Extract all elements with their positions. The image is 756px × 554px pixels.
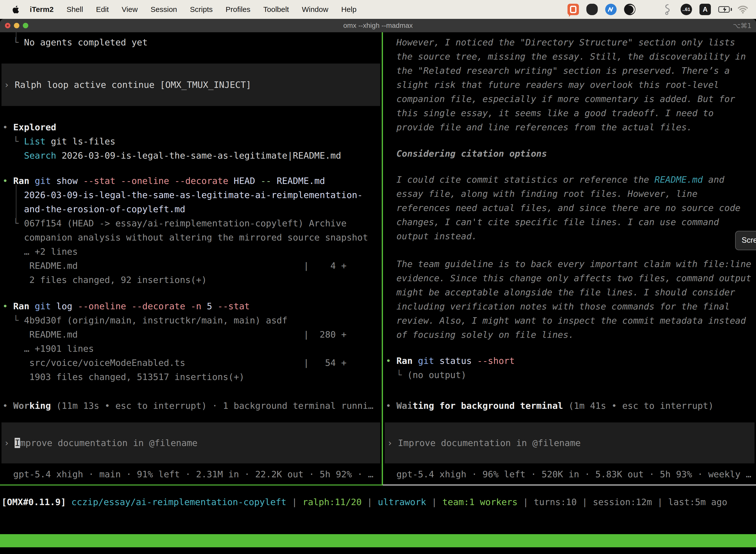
text-segment: might be acceptable alongside the file l… <box>386 287 735 297</box>
window-title: omx --xhigh --madmax <box>0 21 756 30</box>
blue-bolt-icon[interactable] <box>605 4 617 15</box>
text-segment: git <box>413 356 434 366</box>
text-segment: › <box>4 438 15 448</box>
text-segment: last:5m ago <box>668 497 727 507</box>
text-segment: team:1 workers <box>442 497 517 507</box>
agents-status: └ No agents completed yet <box>0 35 382 49</box>
text-segment: Considering citation options <box>386 149 547 159</box>
text-segment: | <box>287 497 303 507</box>
tmux-status-bar: [omx-cczip0:bash* "MacBook-Pro-44.local"… <box>0 534 756 547</box>
terminal-line: └ 4b9d30f (origin/main, instructkr/main,… <box>0 313 382 327</box>
text-segment: HEAD <box>228 176 255 186</box>
menu-bar: iTerm2ShellEditViewSessionScriptsProfile… <box>0 0 756 19</box>
terminal-line: companion file, especially if more comme… <box>383 92 756 106</box>
text-segment: Improve documentation in @filename <box>398 438 581 448</box>
battery-icon[interactable] <box>718 4 730 15</box>
menu-item-window[interactable]: Window <box>302 5 328 14</box>
terminal-line: and-the-erosion-of-copyleft.md <box>0 202 382 216</box>
terminal-line: └ List git ls-files <box>0 134 382 149</box>
thinking-heading: Considering citation options <box>383 147 756 161</box>
menu-item-toolbelt[interactable]: Toolbelt <box>263 5 289 14</box>
text-segment: --stat --oneline --decorate <box>78 176 228 186</box>
terminal-line: output instead. <box>383 229 756 243</box>
circle-badge-61[interactable]: ..61 <box>681 4 692 15</box>
terminal-line: › Improve documentation in @filename <box>385 436 755 450</box>
wifi-icon[interactable] <box>737 4 749 15</box>
terminal-line: gpt-5.4 xhigh · main · 91% left · 2.31M … <box>0 467 382 481</box>
orange-app-icon[interactable] <box>567 4 579 15</box>
text-segment: src/voice/voiceModeEnabled.ts | 54 + <box>2 358 346 368</box>
prompt-input[interactable]: › Improve documentation in @filename <box>385 423 755 463</box>
text-segment: └ <box>2 136 24 147</box>
window-titlebar[interactable]: omx --xhigh --madmax ⌥⌘1 <box>0 19 756 32</box>
working-status-line: • Working (11m 13s • esc to interrupt) ·… <box>0 399 382 413</box>
terminal-line: this single essay, it seems like a good … <box>383 106 756 120</box>
dark-pie-icon[interactable] <box>624 4 635 15</box>
thinking-paragraph-2: I could cite commit statistics or refere… <box>383 172 756 243</box>
session-stats-line: gpt-5.4 xhigh · 96% left · 520K in · 5.8… <box>383 467 756 481</box>
terminal-line: … +2 lines <box>0 244 382 259</box>
text-segment: and-the-erosion-of-copyleft.md <box>2 204 185 214</box>
text-segment: turns:10 <box>534 497 577 507</box>
text-segment: README.md <box>271 176 325 186</box>
text-segment: ting for background terminal <box>413 401 563 411</box>
menu-item-scripts[interactable]: Scripts <box>190 5 213 14</box>
text-segment: provide file and line references from th… <box>386 122 692 132</box>
text-segment: ralph:11/20 <box>303 497 362 507</box>
right-pane: However, I noticed the "Directory Struct… <box>383 32 756 485</box>
keyboard-a-icon[interactable]: A <box>699 4 711 15</box>
menu-item-shell[interactable]: Shell <box>66 5 83 14</box>
text-segment: • <box>386 401 396 411</box>
thinking-paragraph-1: However, I noticed the "Directory Struct… <box>383 35 756 134</box>
tree-connector <box>16 185 16 218</box>
text-segment: 2026-03-09-is-legal-the-same-as-legitima… <box>2 190 363 200</box>
text-segment: … +2 lines <box>2 246 78 257</box>
text-segment: and <box>703 174 724 185</box>
text-segment: of focusing solely on file lines. <box>386 330 574 340</box>
terminal-line: the "Related research writing" section i… <box>383 63 756 78</box>
text-segment: git <box>29 301 51 311</box>
text-segment: README.md | 4 + <box>2 261 346 271</box>
text-segment: └ <box>2 315 24 325</box>
pane-divider[interactable] <box>382 32 383 485</box>
text-segment: Search <box>24 151 56 161</box>
terminal-area[interactable]: [OMX#0.11.9] cczip/essay/ai-reimplementa… <box>0 32 756 554</box>
shield-grid-icon[interactable] <box>586 4 598 15</box>
terminal-line: The team guideline is to back every impo… <box>383 257 756 271</box>
text-segment: mprove documentation in @filename <box>20 438 197 448</box>
text-segment: (no output) <box>407 370 466 380</box>
text-segment: List <box>24 136 46 147</box>
squiggle-icon[interactable] <box>662 4 673 15</box>
menu-item-edit[interactable]: Edit <box>96 5 109 14</box>
terminal-line: • Explored <box>0 120 382 134</box>
waiting-status-line: • Waiting for background terminal (1m 41… <box>383 399 756 413</box>
text-segment: Explored <box>13 122 56 132</box>
terminal-line: 1903 files changed, 513517 insertions(+) <box>0 370 382 384</box>
text-segment: • <box>2 301 13 311</box>
terminal-line: • Working (11m 13s • esc to interrupt) ·… <box>0 399 382 413</box>
text-segment: gpt-5.4 xhigh · main · 91% left · 2.31M … <box>2 469 374 479</box>
text-segment: 4b9d30f (origin/main, instructkr/main, m… <box>24 315 288 325</box>
iterm-window: omx --xhigh --madmax ⌥⌘1 [OMX#0.11.9] cc… <box>0 19 756 554</box>
text-segment: Ralph loop active continue [OMX_TMUX_INJ… <box>15 80 251 90</box>
git-status-section: • Ran git status --short └ (no output) <box>383 354 756 382</box>
terminal-line: › Ralph loop active continue [OMX_TMUX_I… <box>1 78 380 92</box>
terminal-line: I could cite commit statistics or refere… <box>383 172 756 187</box>
text-segment: changes, I can't cite specific file line… <box>386 217 719 227</box>
menu-item-help[interactable]: Help <box>341 5 357 14</box>
terminal-line: └ (no output) <box>383 368 756 382</box>
dots-grid-icon[interactable] <box>643 4 654 15</box>
terminal-line: • Waiting for background terminal (1m 41… <box>383 399 756 413</box>
menu-item-iterm2[interactable]: iTerm2 <box>30 5 54 14</box>
menu-item-profiles[interactable]: Profiles <box>226 5 250 14</box>
screen-overlay-button[interactable]: Scre <box>735 231 756 250</box>
text-segment: 067f154 (HEAD -> essay/ai-reimplementati… <box>24 218 346 228</box>
prompt-input[interactable]: › Improve documentation in @filename <box>1 423 380 463</box>
text-segment: slight risk that future readers may over… <box>386 80 719 90</box>
menu-item-session[interactable]: Session <box>150 5 177 14</box>
terminal-line: └ No agents completed yet <box>0 35 382 49</box>
menu-item-view[interactable]: View <box>122 5 138 14</box>
text-segment: I <box>15 438 20 448</box>
text-segment: git ls-files <box>45 136 115 147</box>
apple-menu-icon[interactable] <box>11 4 21 14</box>
